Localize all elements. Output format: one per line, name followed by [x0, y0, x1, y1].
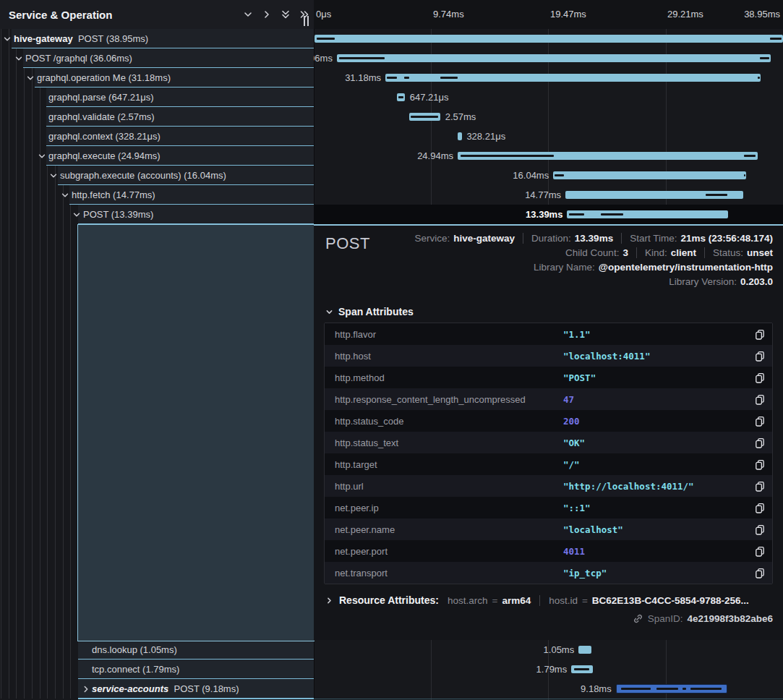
resource-attributes-row[interactable]: Resource Attributes: host.arch = arm64 h… — [325, 594, 773, 606]
bar-self-time-mark — [387, 77, 397, 79]
attribute-row: http.status_text"OK" — [325, 432, 772, 453]
timeline-tick: 9.74ms — [433, 9, 464, 20]
attribute-value: "OK" — [563, 438, 748, 448]
span-tree-label: graphql.validate (2.57ms) — [48, 107, 155, 127]
bar-self-time-mark — [690, 688, 722, 690]
span-duration-bar[interactable] — [578, 646, 591, 654]
copy-icon[interactable] — [748, 459, 772, 470]
indent-guide — [40, 29, 40, 699]
attribute-value: "::1" — [563, 503, 748, 513]
bar-self-time-mark — [744, 155, 756, 157]
span-duration-label: 31.18ms — [345, 68, 381, 88]
selected-span-region[interactable] — [77, 224, 315, 641]
bar-self-time-mark — [398, 96, 404, 98]
attribute-key: http.response_content_length_uncompresse… — [325, 394, 563, 405]
copy-icon[interactable] — [748, 372, 772, 383]
copy-icon[interactable] — [748, 438, 772, 448]
chevron-down-icon[interactable] — [2, 29, 12, 48]
attribute-value: "localhost:4011" — [563, 351, 748, 362]
meta-line-2: Child Count:3 Kind:client Status:unset — [565, 247, 773, 258]
bar-self-time-mark — [770, 38, 782, 40]
chevron-down-icon[interactable] — [48, 166, 59, 185]
copy-icon[interactable] — [748, 329, 772, 340]
chevron-down-icon[interactable] — [60, 185, 70, 205]
chevron-down-icon[interactable] — [25, 68, 35, 88]
timeline-tick: 0μs — [316, 9, 331, 20]
span-duration-bar[interactable] — [567, 210, 728, 218]
span-tree-label: hive-gateway POST (38.95ms) — [14, 29, 148, 48]
span-bar-row — [314, 29, 783, 48]
timeline-header[interactable]: 0μs9.74ms19.47ms29.21ms38.95ms — [314, 0, 783, 29]
attribute-value: 47 — [563, 394, 748, 405]
bar-self-time-mark — [555, 174, 564, 176]
span-duration-bar[interactable] — [409, 113, 440, 121]
span-id-row: SpanID: 4e21998f3b82abe6 — [314, 613, 773, 624]
span-duration-label: 1.79ms — [536, 660, 568, 679]
span-duration-bar[interactable] — [337, 54, 771, 62]
attribute-value: "ip_tcp" — [563, 568, 748, 579]
bar-self-time-mark — [706, 194, 727, 196]
bar-self-time-mark — [574, 668, 589, 670]
panel-resize-handle[interactable] — [304, 16, 310, 26]
attribute-key: http.method — [325, 372, 563, 383]
chevron-down-icon[interactable] — [72, 205, 82, 224]
span-attributes-toggle[interactable]: Span Attributes — [325, 306, 783, 317]
chevron-down-icon[interactable] — [14, 48, 24, 68]
chevron-right-icon[interactable] — [81, 679, 91, 699]
span-tree-label: dns.lookup (1.05ms) — [92, 640, 177, 660]
copy-icon[interactable] — [748, 546, 772, 557]
span-duration-label: 24.94ms — [417, 146, 453, 166]
service-value: hive-gateway — [453, 233, 515, 244]
span-bar-row: 1.05ms — [314, 640, 783, 660]
meta-line-3: Library Name:@opentelemetry/instrumentat… — [534, 262, 773, 273]
copy-icon[interactable] — [748, 416, 772, 427]
bottom-divider — [314, 699, 783, 699]
span-duration-bar[interactable] — [565, 191, 743, 199]
chevron-right-icon — [325, 597, 333, 605]
attribute-row: http.response_content_length_uncompresse… — [325, 388, 772, 410]
attribute-row: http.status_code200 — [325, 410, 772, 432]
span-title: POST — [325, 234, 370, 253]
span-duration-bar[interactable] — [397, 93, 405, 101]
copy-icon[interactable] — [748, 394, 772, 405]
service-name: service-accounts — [92, 683, 168, 694]
collapse-one-icon[interactable] — [239, 5, 257, 24]
copy-icon[interactable] — [748, 524, 772, 535]
span-attributes-title: Span Attributes — [338, 306, 414, 317]
resource-key: host.arch — [448, 595, 488, 606]
span-duration-label: 36.06ms — [314, 48, 333, 68]
span-duration-bar[interactable] — [571, 665, 593, 673]
span-duration-bar[interactable] — [616, 684, 728, 693]
copy-icon[interactable] — [748, 351, 772, 362]
span-duration-bar[interactable] — [553, 171, 746, 179]
chevron-down-icon[interactable] — [37, 146, 47, 166]
span-tree-label: graphql.context (328.21μs) — [48, 127, 161, 146]
span-detail-panel: POST Service:hive-gateway Duration:13.39… — [314, 224, 783, 640]
attribute-key: http.host — [325, 351, 563, 362]
attribute-value: 4011 — [563, 546, 748, 557]
span-duration-bar[interactable] — [385, 74, 761, 82]
collapse-all-icon[interactable] — [276, 5, 295, 24]
copy-icon[interactable] — [748, 503, 772, 513]
resource-attributes-title: Resource Attributes: — [339, 594, 439, 606]
span-bar-row: 36.06ms — [314, 48, 783, 68]
link-icon[interactable] — [633, 613, 643, 624]
span-bar-row: 16.04ms — [314, 166, 783, 185]
expand-one-icon[interactable] — [257, 5, 276, 24]
span-duration-bar[interactable] — [458, 132, 462, 140]
span-attributes-table: http.flavor"1.1"http.host"localhost:4011… — [324, 323, 773, 584]
bar-self-time-mark — [339, 57, 385, 59]
span-duration-bar[interactable] — [315, 35, 783, 43]
span-bar-row: 13.39ms — [314, 205, 783, 224]
span-bar-row: 24.94ms — [314, 146, 783, 166]
span-tree-label: service-accounts POST (9.18ms) — [92, 679, 239, 699]
attribute-row: net.transport"ip_tcp" — [325, 562, 772, 584]
indent-guide — [32, 29, 33, 699]
bar-self-time-mark — [601, 213, 623, 215]
copy-icon[interactable] — [748, 481, 772, 492]
indent-guide — [24, 29, 25, 699]
span-duration-bar[interactable] — [458, 152, 758, 160]
bar-self-time-mark — [656, 688, 679, 690]
copy-icon[interactable] — [748, 568, 772, 579]
attribute-row: net.peer.ip"::1" — [325, 497, 772, 518]
